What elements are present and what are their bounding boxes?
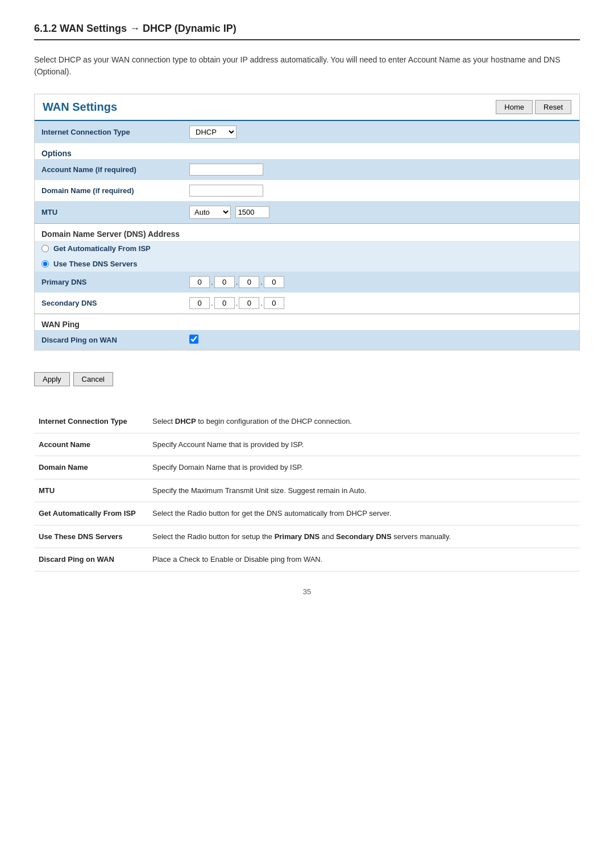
mtu-row: MTU Auto Manual: [35, 201, 579, 223]
mtu-label: MTU: [35, 201, 182, 223]
desc-term: Discard Ping on WAN: [34, 548, 148, 571]
desc-row: Account NameSpecify Account Name that is…: [34, 433, 580, 456]
secondary-dns-ip-group: . . .: [189, 297, 572, 309]
internet-connection-type-select[interactable]: DHCP PPPoE Static IP: [189, 126, 237, 139]
secondary-dns-octet-2[interactable]: [214, 297, 235, 309]
mtu-number-input[interactable]: [235, 206, 269, 218]
primary-dns-label: Primary DNS: [35, 272, 182, 293]
discard-ping-row: Discard Ping on WAN: [35, 330, 579, 350]
secondary-dns-octet-4[interactable]: [264, 297, 284, 309]
dns-auto-label[interactable]: Get Automatically From ISP: [42, 244, 572, 253]
secondary-dns-octet-1[interactable]: [189, 297, 210, 309]
desc-row: MTUSpecify the Maximum Transmit Unit siz…: [34, 479, 580, 502]
secondary-dns-octet-3[interactable]: [239, 297, 259, 309]
dns-auto-cell: Get Automatically From ISP: [35, 241, 579, 256]
dot5: .: [236, 299, 238, 307]
internet-connection-type-row: Internet Connection Type DHCP PPPoE Stat…: [35, 121, 579, 143]
account-name-label: Account Name (if required): [35, 159, 182, 180]
discard-ping-label: Discard Ping on WAN: [35, 330, 182, 350]
secondary-dns-cell: . . .: [182, 293, 579, 314]
primary-dns-octet-2[interactable]: [214, 276, 235, 288]
desc-row: Domain NameSpecify Domain Name that is p…: [34, 456, 580, 479]
mtu-cell: Auto Manual: [182, 201, 579, 223]
dns-manual-label[interactable]: Use These DNS Servers: [42, 260, 572, 268]
desc-term: Account Name: [34, 433, 148, 456]
wan-settings-panel: WAN Settings Home Reset Internet Connect…: [34, 94, 580, 350]
primary-dns-ip-group: . . .: [189, 276, 572, 288]
home-button[interactable]: Home: [496, 100, 533, 114]
dns-manual-cell: Use These DNS Servers: [35, 256, 579, 272]
desc-definition: Place a Check to Enable or Disable ping …: [148, 548, 580, 571]
wan-panel-header: WAN Settings Home Reset: [35, 94, 579, 121]
reset-button[interactable]: Reset: [535, 100, 571, 114]
apply-button[interactable]: Apply: [34, 372, 70, 386]
dns-section-label: Domain Name Server (DNS) Address: [35, 223, 579, 241]
internet-connection-type-cell: DHCP PPPoE Static IP: [182, 121, 579, 143]
secondary-dns-row: Secondary DNS . . .: [35, 293, 579, 314]
dns-auto-row: Get Automatically From ISP: [35, 241, 579, 256]
wan-panel-title: WAN Settings: [43, 101, 117, 114]
desc-definition: Select the Radio button for get the DNS …: [148, 502, 580, 525]
domain-name-label: Domain Name (if required): [35, 180, 182, 201]
discard-ping-cell: [182, 330, 579, 350]
dns-manual-radio[interactable]: [42, 260, 49, 268]
primary-dns-cell: . . .: [182, 272, 579, 293]
domain-name-row: Domain Name (if required): [35, 180, 579, 201]
dot6: .: [260, 299, 263, 307]
desc-term: MTU: [34, 479, 148, 502]
panel-table: Internet Connection Type DHCP PPPoE Stat…: [35, 121, 579, 143]
desc-row: Use These DNS ServersSelect the Radio bu…: [34, 525, 580, 548]
cancel-button[interactable]: Cancel: [73, 372, 113, 386]
desc-row: Internet Connection TypeSelect DHCP to b…: [34, 410, 580, 433]
desc-row: Get Automatically From ISPSelect the Rad…: [34, 502, 580, 525]
desc-definition: Select the Radio button for setup the Pr…: [148, 525, 580, 548]
primary-dns-octet-3[interactable]: [239, 276, 259, 288]
primary-dns-row: Primary DNS . . .: [35, 272, 579, 293]
desc-definition: Select DHCP to begin configuration of th…: [148, 410, 580, 433]
dot3: .: [260, 278, 263, 286]
desc-term: Domain Name: [34, 456, 148, 479]
mtu-select[interactable]: Auto Manual: [189, 206, 231, 219]
wan-ping-label: WAN Ping: [35, 314, 579, 330]
dns-manual-text: Use These DNS Servers: [53, 260, 137, 268]
desc-term: Use These DNS Servers: [34, 525, 148, 548]
page-number: 35: [34, 587, 580, 596]
description-table: Internet Connection TypeSelect DHCP to b…: [34, 410, 580, 571]
account-name-row: Account Name (if required): [35, 159, 579, 180]
domain-name-input[interactable]: [189, 185, 263, 197]
dot4: .: [211, 299, 213, 307]
desc-definition: Specify the Maximum Transmit Unit size. …: [148, 479, 580, 502]
dns-manual-row: Use These DNS Servers: [35, 256, 579, 272]
dot2: .: [236, 278, 238, 286]
primary-dns-octet-4[interactable]: [264, 276, 284, 288]
secondary-dns-label: Secondary DNS: [35, 293, 182, 314]
dns-auto-radio[interactable]: [42, 245, 49, 252]
page-title: 6.1.2 WAN Settings → DHCP (Dynamic IP): [34, 23, 580, 40]
desc-definition: Specify Domain Name that is provided by …: [148, 456, 580, 479]
account-name-input[interactable]: [189, 164, 263, 176]
desc-term: Internet Connection Type: [34, 410, 148, 433]
options-label: Options: [35, 143, 579, 159]
domain-name-cell: [182, 180, 579, 201]
dns-table: Get Automatically From ISP Use These DNS…: [35, 241, 579, 314]
dns-auto-text: Get Automatically From ISP: [53, 244, 151, 253]
desc-definition: Specify Account Name that is provided by…: [148, 433, 580, 456]
desc-row: Discard Ping on WANPlace a Check to Enab…: [34, 548, 580, 571]
action-buttons: Apply Cancel: [34, 366, 580, 392]
wan-ping-table: Discard Ping on WAN: [35, 330, 579, 350]
header-buttons: Home Reset: [496, 100, 571, 114]
discard-ping-checkbox[interactable]: [189, 335, 198, 344]
account-name-cell: [182, 159, 579, 180]
desc-term: Get Automatically From ISP: [34, 502, 148, 525]
intro-paragraph: Select DHCP as your WAN connection type …: [34, 54, 580, 78]
primary-dns-octet-1[interactable]: [189, 276, 210, 288]
internet-connection-type-label: Internet Connection Type: [35, 121, 182, 143]
options-table: Account Name (if required) Domain Name (…: [35, 159, 579, 223]
dot1: .: [211, 278, 213, 286]
